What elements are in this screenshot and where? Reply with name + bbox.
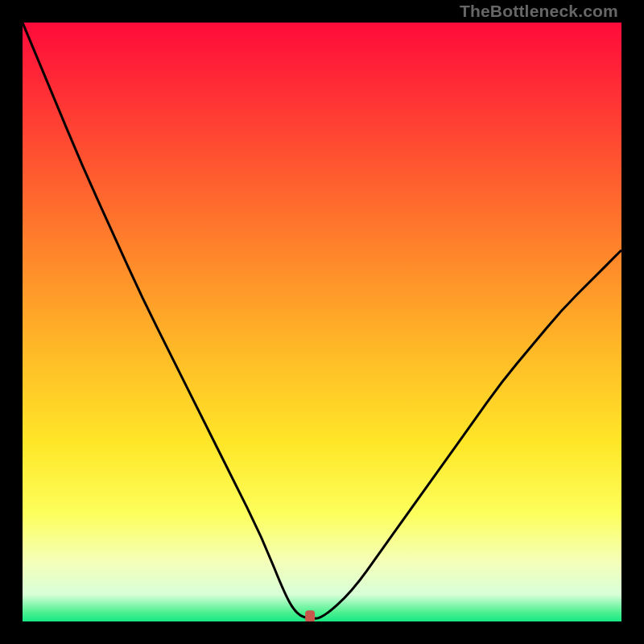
optimal-point-marker (305, 610, 315, 621)
watermark-text: TheBottleneck.com (460, 2, 618, 21)
chart-frame (23, 23, 621, 621)
bottleneck-chart (23, 23, 621, 621)
gradient-background (23, 23, 621, 621)
